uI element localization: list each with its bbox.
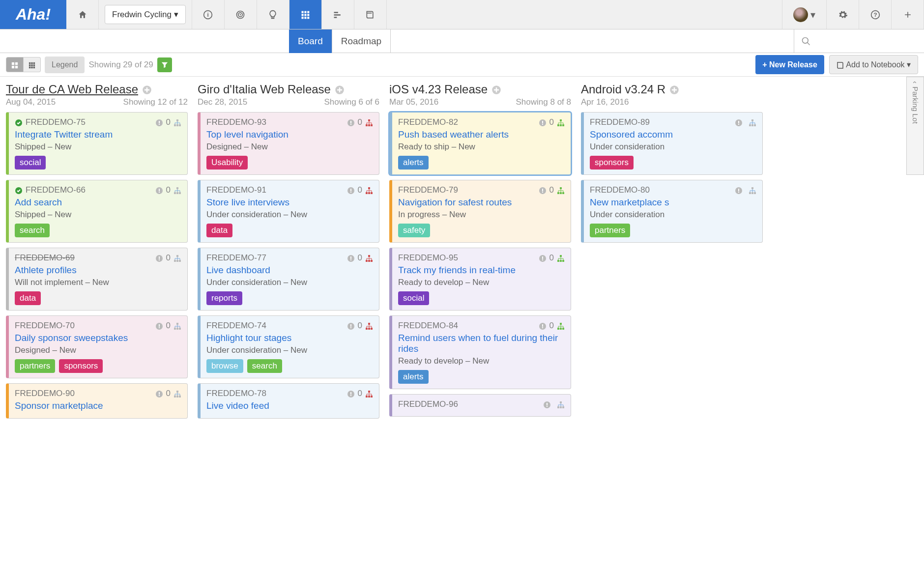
feature-card[interactable]: FREDDEMO-78 0 Live video feed bbox=[198, 383, 379, 419]
tag[interactable]: data bbox=[15, 291, 41, 305]
gear-icon[interactable] bbox=[827, 0, 859, 29]
card-title[interactable]: Sponsored accomm bbox=[590, 129, 756, 140]
target-icon[interactable] bbox=[225, 0, 257, 29]
card-title[interactable]: Track my friends in real-time bbox=[398, 265, 565, 276]
card-title[interactable]: Navigation for safest routes bbox=[398, 197, 565, 208]
sitemap-icon[interactable] bbox=[173, 118, 181, 127]
tag[interactable]: alerts bbox=[398, 370, 429, 384]
feature-card[interactable]: FREDDEMO-70 0 Daily sponsor sweepstakes … bbox=[6, 315, 188, 378]
tag[interactable]: sponsors bbox=[590, 156, 634, 170]
card-title[interactable]: Athlete profiles bbox=[15, 265, 181, 276]
card-title[interactable]: New marketplace s bbox=[590, 197, 756, 208]
feature-card[interactable]: FREDDEMO-96 bbox=[389, 394, 571, 417]
card-count: 0 bbox=[549, 253, 554, 263]
card-title[interactable]: Daily sponsor sweepstakes bbox=[15, 333, 181, 343]
lightbulb-icon[interactable] bbox=[257, 0, 289, 29]
plus-icon[interactable] bbox=[892, 0, 924, 29]
tag[interactable]: partners bbox=[15, 359, 55, 373]
tab-roadmap[interactable]: Roadmap bbox=[332, 29, 391, 53]
home-icon[interactable] bbox=[66, 0, 99, 29]
card-title[interactable]: Live video feed bbox=[206, 400, 373, 411]
feature-card[interactable]: FREDDEMO-91 0 Store live interviews Unde… bbox=[198, 180, 379, 243]
legend-button[interactable]: Legend bbox=[45, 57, 85, 73]
product-selector[interactable]: Fredwin Cycling ▾ bbox=[105, 5, 186, 24]
sitemap-icon[interactable] bbox=[365, 389, 373, 398]
tag[interactable]: data bbox=[206, 224, 232, 237]
add-to-notebook-button[interactable]: Add to Notebook ▾ bbox=[829, 55, 918, 74]
sitemap-icon[interactable] bbox=[557, 118, 565, 127]
card-title[interactable]: Sponsor marketplace bbox=[15, 400, 181, 411]
feature-card[interactable]: FREDDEMO-89 Sponsored accomm Under consi… bbox=[581, 112, 763, 175]
feature-card[interactable]: FREDDEMO-84 0 Remind users when to fuel … bbox=[389, 315, 571, 389]
card-title[interactable]: Top level navigation bbox=[206, 129, 373, 140]
sitemap-icon[interactable] bbox=[557, 400, 565, 409]
filter-button[interactable] bbox=[157, 57, 172, 72]
feature-card[interactable]: FREDDEMO-93 0 Top level navigation Desig… bbox=[198, 112, 379, 175]
sitemap-icon[interactable] bbox=[557, 254, 565, 262]
release-title[interactable]: Tour de CA Web Release bbox=[6, 83, 188, 96]
sitemap-icon[interactable] bbox=[365, 254, 373, 262]
tag[interactable]: Usability bbox=[206, 156, 248, 170]
sitemap-icon[interactable] bbox=[365, 321, 373, 330]
tag[interactable]: reports bbox=[206, 291, 242, 305]
sitemap-icon[interactable] bbox=[365, 186, 373, 195]
add-feature-icon[interactable] bbox=[491, 84, 501, 95]
svg-rect-57 bbox=[176, 260, 178, 262]
card-title[interactable]: Remind users when to fuel during their r… bbox=[398, 333, 565, 354]
gantt-icon[interactable] bbox=[322, 0, 354, 29]
feature-card[interactable]: FREDDEMO-95 0 Track my friends in real-t… bbox=[389, 248, 571, 311]
card-title[interactable]: Push based weather alerts bbox=[398, 129, 565, 140]
tag[interactable]: search bbox=[247, 359, 282, 373]
book-icon[interactable] bbox=[354, 0, 387, 29]
release-title[interactable]: Android v3.24 R bbox=[581, 83, 763, 96]
add-feature-icon[interactable] bbox=[335, 84, 345, 95]
user-menu[interactable]: ▾ bbox=[782, 0, 827, 29]
sitemap-icon[interactable] bbox=[749, 186, 756, 195]
card-title[interactable]: Live dashboard bbox=[206, 265, 373, 276]
release-title[interactable]: iOS v4.23 Release bbox=[389, 83, 571, 96]
sitemap-icon[interactable] bbox=[749, 118, 756, 127]
feature-card[interactable]: FREDDEMO-77 0 Live dashboard Under consi… bbox=[198, 248, 379, 311]
feature-card[interactable]: FREDDEMO-66 0 Add search Shipped – New s… bbox=[6, 180, 188, 243]
help-icon[interactable]: ? bbox=[859, 0, 892, 29]
card-title[interactable]: Store live interviews bbox=[206, 197, 373, 208]
tag[interactable]: search bbox=[15, 224, 50, 237]
card-title[interactable]: Highlight tour stages bbox=[206, 333, 373, 343]
sitemap-icon[interactable] bbox=[173, 321, 181, 330]
sitemap-icon[interactable] bbox=[173, 186, 181, 195]
tag[interactable]: browse bbox=[206, 359, 243, 373]
sitemap-icon[interactable] bbox=[365, 118, 373, 127]
add-feature-icon[interactable] bbox=[142, 84, 152, 95]
card-title[interactable]: Integrate Twitter stream bbox=[15, 129, 181, 140]
info-icon[interactable]: i bbox=[192, 0, 225, 29]
feature-card[interactable]: FREDDEMO-79 0 Navigation for safest rout… bbox=[389, 180, 571, 243]
tag[interactable]: sponsors bbox=[59, 359, 103, 373]
svg-rect-11 bbox=[302, 17, 304, 19]
tag[interactable]: social bbox=[398, 291, 429, 305]
feature-card[interactable]: FREDDEMO-82 0 Push based weather alerts … bbox=[389, 112, 571, 175]
feature-card[interactable]: FREDDEMO-80 New marketplace s Under cons… bbox=[581, 180, 763, 243]
view-large-cards[interactable] bbox=[6, 57, 24, 72]
search-input[interactable] bbox=[794, 29, 924, 53]
sitemap-icon[interactable] bbox=[557, 321, 565, 330]
parking-lot-tab[interactable]: ‹Parking Lot bbox=[906, 77, 924, 175]
feature-card[interactable]: FREDDEMO-75 0 Integrate Twitter stream S… bbox=[6, 112, 188, 175]
release-title[interactable]: Giro d'Italia Web Release bbox=[198, 83, 379, 96]
feature-card[interactable]: FREDDEMO-90 0 Sponsor marketplace bbox=[6, 383, 188, 419]
sitemap-icon[interactable] bbox=[173, 254, 181, 262]
tag[interactable]: alerts bbox=[398, 156, 429, 170]
sitemap-icon[interactable] bbox=[173, 389, 181, 398]
view-small-cards[interactable] bbox=[24, 57, 41, 72]
tag[interactable]: partners bbox=[590, 224, 630, 237]
card-title[interactable]: Add search bbox=[15, 197, 181, 208]
new-release-button[interactable]: + New Release bbox=[755, 55, 824, 74]
board-icon[interactable] bbox=[289, 0, 322, 29]
add-feature-icon[interactable] bbox=[669, 84, 679, 95]
tag[interactable]: social bbox=[15, 156, 46, 170]
tab-board[interactable]: Board bbox=[289, 29, 332, 53]
tag[interactable]: safety bbox=[398, 224, 430, 237]
feature-card[interactable]: FREDDEMO-74 0 Highlight tour stages Unde… bbox=[198, 315, 379, 378]
feature-card[interactable]: FREDDEMO-69 0 Athlete profiles Will not … bbox=[6, 248, 188, 311]
sitemap-icon[interactable] bbox=[557, 186, 565, 195]
app-logo[interactable]: Aha! bbox=[0, 0, 66, 29]
